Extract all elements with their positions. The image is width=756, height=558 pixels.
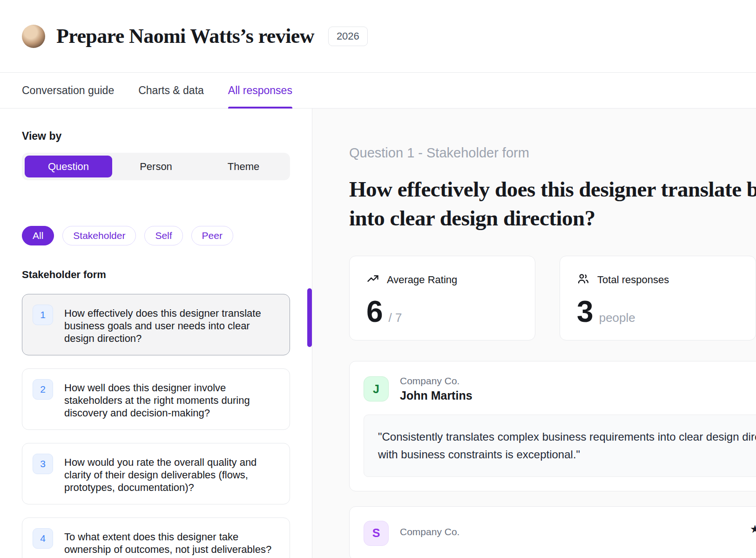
tab-bar: Conversation guide Charts & data All res… — [0, 72, 756, 109]
response-card-2: ★ S Company Co. — [349, 506, 756, 558]
average-rating-scale: / 7 — [389, 311, 402, 325]
scrollbar-thumb[interactable] — [307, 288, 312, 347]
respondent-avatar: J — [364, 376, 389, 401]
main-panel: Question 1 - Stakeholder form How effect… — [312, 109, 756, 558]
stakeholder-form-label: Stakeholder form — [22, 269, 290, 281]
segment-question[interactable]: Question — [25, 156, 112, 177]
question-text: How would you rate the overall quality a… — [64, 454, 279, 494]
year-badge: 2026 — [328, 27, 368, 46]
tab-conversation-guide[interactable]: Conversation guide — [22, 73, 114, 108]
respondent-name: John Martins — [400, 389, 472, 402]
content-area: View by Question Person Theme All Stakeh… — [0, 109, 756, 558]
question-item-1[interactable]: 1 How effectively does this designer tra… — [22, 294, 290, 355]
page: Prepare Naomi Watts’s review 2026 Conver… — [0, 0, 756, 558]
total-responses-card: Total responses 3 people — [560, 256, 756, 340]
response-quote: "Consistently translates complex busines… — [364, 415, 756, 477]
stat-label: Average Rating — [387, 274, 457, 286]
segment-person[interactable]: Person — [112, 156, 200, 177]
question-number: 3 — [33, 454, 53, 474]
question-number: 2 — [33, 379, 53, 400]
trending-up-icon — [366, 272, 379, 288]
filter-all[interactable]: All — [22, 226, 54, 245]
header: Prepare Naomi Watts’s review 2026 — [0, 0, 756, 72]
view-by-label: View by — [22, 130, 290, 143]
question-context-label: Question 1 - Stakeholder form — [349, 145, 756, 161]
total-responses-value: 3 — [577, 294, 594, 329]
question-text: How well does this designer involve stak… — [64, 379, 279, 419]
question-number: 4 — [33, 528, 53, 549]
respondent-avatar: S — [364, 521, 389, 546]
avatar — [22, 25, 45, 48]
respondent-company: Company Co. — [400, 375, 472, 387]
question-text: To what extent does this designer take o… — [64, 528, 279, 556]
page-title: Prepare Naomi Watts’s review — [56, 24, 314, 48]
tab-charts-data[interactable]: Charts & data — [138, 73, 204, 108]
segment-theme[interactable]: Theme — [200, 156, 287, 177]
average-rating-card: Average Rating 6 / 7 — [349, 256, 535, 340]
view-mode-segmented-control: Question Person Theme — [22, 153, 290, 180]
stat-label: Total responses — [597, 274, 669, 286]
filter-stakeholder[interactable]: Stakeholder — [62, 226, 136, 245]
question-title: How effectively does this designer trans… — [349, 175, 756, 232]
people-icon — [577, 272, 590, 288]
sidebar: View by Question Person Theme All Stakeh… — [0, 109, 312, 558]
respondent-company: Company Co. — [400, 526, 459, 538]
stats-row: Average Rating 6 / 7 — [349, 256, 756, 340]
response-card-1: J Company Co. John Martins "Consistently… — [349, 361, 756, 491]
filter-pills: All Stakeholder Self Peer — [22, 226, 290, 245]
average-rating-value: 6 — [366, 294, 383, 329]
question-number: 1 — [33, 305, 53, 325]
total-responses-unit: people — [599, 311, 635, 325]
rating-star-icon: ★ — [750, 523, 756, 536]
filter-peer[interactable]: Peer — [191, 226, 233, 245]
question-text: How effectively does this designer trans… — [64, 305, 279, 345]
question-item-2[interactable]: 2 How well does this designer involve st… — [22, 368, 290, 430]
tab-all-responses[interactable]: All responses — [228, 73, 292, 108]
question-item-3[interactable]: 3 How would you rate the overall quality… — [22, 443, 290, 504]
filter-self[interactable]: Self — [144, 226, 182, 245]
question-item-4[interactable]: 4 To what extent does this designer take… — [22, 517, 290, 558]
